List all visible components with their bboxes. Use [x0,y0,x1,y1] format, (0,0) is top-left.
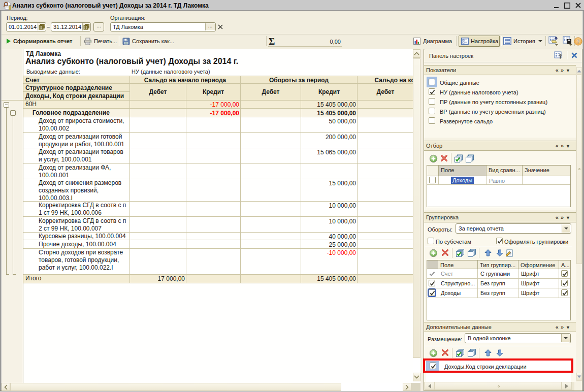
generate-report-button[interactable]: Сформировать отчет [6,36,72,47]
report-row-total-credit-turnover[interactable]: 15 405 000,00 [301,275,358,283]
report-row-total-credit-begin[interactable] [186,275,241,283]
scroll-right-button[interactable] [403,383,411,391]
report-row-data-credit-begin[interactable] [186,133,241,148]
save-settings-button[interactable] [563,36,573,47]
panel-scroll-up-button[interactable] [576,67,582,75]
move-up-icon[interactable] [484,249,493,257]
focused-checkbox[interactable] [429,289,435,296]
report-row-data-debit-begin[interactable] [130,179,186,202]
section-header-grouping[interactable]: Группировка «»▼ [424,212,576,222]
report-row-data-label[interactable]: Доход от прироста стоимости, 100.00.002 [23,117,130,133]
report-row-data-label[interactable]: Прочие доходы, 100.00.004 [23,240,130,249]
add-icon[interactable] [429,249,438,257]
report-row-data-debit-end[interactable] [358,240,413,249]
report-row-data-credit-begin[interactable] [186,179,241,202]
report-row-data-debit-turnover[interactable] [241,133,301,148]
collapse-group-button[interactable] [4,102,9,108]
report-header-credit[interactable]: Кредит [301,84,358,101]
report-header-turnover[interactable]: Обороты за период [241,76,358,84]
report-row-data-credit-begin[interactable] [186,217,241,233]
report-row-total-debit-turnover[interactable] [241,275,301,283]
delete-icon[interactable] [441,349,450,357]
grouping-col-field[interactable]: Поле [438,260,478,269]
report-row-data-debit-begin[interactable] [130,133,186,148]
report-row-total-debit-begin[interactable]: 17 000,00 [130,275,186,283]
history-button[interactable]: История [503,36,542,47]
report-row-data-debit-begin[interactable] [130,148,186,164]
section-header-filter[interactable]: Отбор «»▼ [424,141,576,151]
by-subaccounts-label[interactable]: По субсчетам [436,239,471,245]
panel-hscroll-thumb[interactable] [435,382,562,390]
scroll-down-button[interactable] [413,373,420,381]
panel-hscrollbar[interactable] [424,382,574,390]
report-row-total-label[interactable]: Итого [23,275,130,283]
grouping-row-field-cell[interactable]: Доходы [438,288,478,298]
report-row-data-label[interactable]: Доход от снижения размеров созданных про… [23,179,130,202]
report-row-data-label[interactable]: Корректировка СГД в соотв с п 1 ст 99 НК… [23,202,130,217]
section-shrink-icon[interactable]: « [556,214,561,220]
clear-all-flags-icon[interactable] [467,349,476,357]
filter-row-field-value[interactable]: Доходы [451,177,474,184]
report-row-data-debit-end[interactable] [358,202,413,217]
by-subaccounts-checkbox[interactable] [428,238,434,244]
filter-col-use[interactable] [427,166,439,176]
report-row-data-credit-begin[interactable] [186,148,241,164]
report-row-group-debit-begin[interactable] [130,109,186,117]
section-shrink-icon[interactable]: « [556,143,561,149]
print-button[interactable]: Печать... [84,36,117,47]
scroll-left-button[interactable] [2,383,10,391]
report-header-balance-end[interactable]: Сальдо на конец периода [358,76,413,84]
report-row-data-debit-turnover[interactable] [241,233,301,241]
report-header-account[interactable]: Счет [23,76,130,84]
turnover-combo[interactable]: За период отчета [456,223,571,234]
grouping-col-use[interactable] [427,260,438,269]
report-row-data-credit-begin[interactable] [186,240,241,249]
report-row-data-debit-end[interactable] [358,133,413,148]
report-header-debit[interactable]: Дебет [241,84,301,101]
indicator-checkbox-vr[interactable] [429,108,435,114]
delete-icon[interactable] [441,249,450,257]
delete-icon[interactable] [440,154,449,163]
report-row-data-debit-begin[interactable] [130,217,186,233]
section-header-indicators[interactable]: Показатели «»▼ [424,65,576,75]
grouping-row-format-cell[interactable]: Шрифт [518,279,559,288]
report-row-data-label[interactable]: Доход от реализации готовой продукции и … [23,133,130,148]
grouping-row-type-cell[interactable]: Без групп [478,279,518,288]
panel-scroll-left-button[interactable] [425,382,435,390]
set-all-flags-icon[interactable] [456,349,465,357]
grouping-row-use-cell[interactable] [427,269,438,279]
move-up-icon[interactable] [484,349,493,357]
indicator-label[interactable]: ВР (данные по учету временных разниц) [440,109,546,115]
report-row-data-label[interactable]: Курсовые разницы, 100.00.004 [23,233,130,241]
report-row-data-debit-begin[interactable] [130,117,186,133]
report-row-data-credit-begin[interactable] [186,202,241,217]
report-row-data-credit-turnover[interactable]: 10 000,00 [301,217,358,233]
settings-button[interactable]: Настройка [459,36,500,47]
filter-row-comparison-cell[interactable]: Равно [486,176,523,185]
report-row-data-label[interactable]: Сторно доходов при возврате товаров, гот… [23,249,130,275]
filter-row-value-cell[interactable] [523,176,570,185]
report-row-data-credit-begin[interactable] [186,233,241,241]
report-row-data-label[interactable]: Доход от реализации товаров и услуг, 100… [23,148,130,164]
report-row-data-debit-end[interactable] [358,233,413,241]
indicator-label[interactable]: ПР (данные по учету постоянных разниц) [440,99,547,105]
grouping-row-auto-cell[interactable] [559,288,570,298]
period-from-calendar-button[interactable] [38,23,45,30]
indicator-checkbox-expanded-balance[interactable] [429,117,435,124]
set-all-flags-icon[interactable] [456,249,465,257]
report-row-data-credit-turnover[interactable]: 200 000,00 [301,133,358,148]
filter-col-value[interactable]: Значение [523,166,570,176]
report-row-data-credit-begin[interactable] [186,117,241,133]
report-row-data-debit-begin[interactable] [130,202,186,217]
report-row-data-debit-turnover[interactable] [241,164,301,179]
grouping-row-use-cell[interactable] [427,288,438,298]
report-header-balance-begin[interactable]: Сальдо на начало периода [130,76,241,84]
report-hscrollbar[interactable] [2,383,411,391]
panel-scroll-right-button[interactable] [562,382,572,390]
report-row-data-debit-end[interactable] [358,179,413,202]
report-row-group-debit-end[interactable] [358,109,413,117]
scroll-up-button[interactable] [413,49,420,58]
report-row-group-credit-begin[interactable]: -17 000,00 [186,101,241,109]
indicator-label[interactable]: НУ (данные налогового учета) [440,89,518,95]
maximize-icon[interactable] [564,3,571,9]
